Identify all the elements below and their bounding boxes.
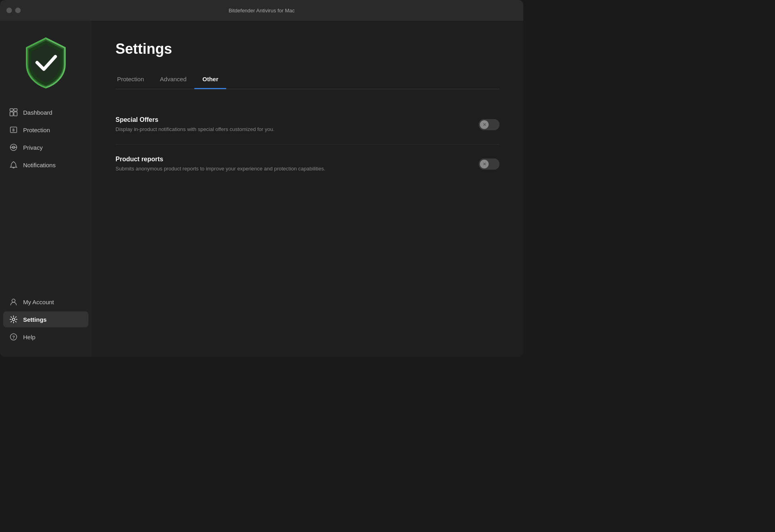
svg-rect-2 xyxy=(10,112,13,116)
special-offers-desc: Display in-product notifications with sp… xyxy=(115,126,463,133)
tab-advanced[interactable]: Advanced xyxy=(152,72,195,89)
nav-items: Dashboard B Protection xyxy=(0,104,92,294)
sidebar-item-label: Privacy xyxy=(23,144,43,151)
svg-point-10 xyxy=(12,318,15,321)
sidebar-item-label: My Account xyxy=(23,299,54,305)
special-offers-toggle[interactable]: ✕ xyxy=(479,119,499,130)
sidebar-item-label: Settings xyxy=(23,316,47,323)
special-offers-row: Special Offers Display in-product notifi… xyxy=(115,105,499,145)
svg-rect-1 xyxy=(14,109,17,111)
window-controls xyxy=(6,8,21,13)
tab-other[interactable]: Other xyxy=(194,72,226,89)
settings-content: Special Offers Display in-product notifi… xyxy=(115,105,499,184)
sidebar-item-settings[interactable]: Settings xyxy=(3,311,88,327)
product-reports-desc: Submits anonymous product reports to imp… xyxy=(115,165,463,172)
tab-protection[interactable]: Protection xyxy=(115,72,152,89)
sidebar-item-label: Dashboard xyxy=(23,109,52,116)
shield-logo xyxy=(22,37,70,88)
dashboard-icon xyxy=(10,108,18,116)
toggle-track: ✕ xyxy=(479,158,499,170)
settings-icon xyxy=(10,315,18,323)
logo-area xyxy=(0,29,92,104)
sidebar-item-privacy[interactable]: Privacy xyxy=(3,139,88,155)
toggle-knob: ✕ xyxy=(480,160,489,168)
privacy-icon xyxy=(10,143,18,151)
svg-text:?: ? xyxy=(12,335,15,340)
sidebar-item-help[interactable]: ? Help xyxy=(3,329,88,345)
special-offers-text: Special Offers Display in-product notifi… xyxy=(115,116,463,133)
titlebar: Bitdefender Antivirus for Mac xyxy=(0,0,523,21)
svg-rect-3 xyxy=(14,112,17,116)
product-reports-row: Product reports Submits anonymous produc… xyxy=(115,145,499,184)
page-title: Settings xyxy=(115,41,499,57)
toggle-x-icon: ✕ xyxy=(483,122,486,127)
toggle-track: ✕ xyxy=(479,119,499,130)
sidebar: Dashboard B Protection xyxy=(0,21,92,357)
product-reports-toggle[interactable]: ✕ xyxy=(479,158,499,170)
svg-rect-0 xyxy=(10,109,13,111)
sidebar-item-label: Protection xyxy=(23,127,50,133)
svg-point-9 xyxy=(12,299,15,302)
settings-tabs: Protection Advanced Other xyxy=(115,72,499,89)
sidebar-item-protection[interactable]: B Protection xyxy=(3,122,88,138)
minimize-button[interactable] xyxy=(15,8,21,13)
toggle-knob: ✕ xyxy=(480,120,489,129)
special-offers-title: Special Offers xyxy=(115,116,463,123)
app-body: Dashboard B Protection xyxy=(0,21,523,357)
product-reports-text: Product reports Submits anonymous produc… xyxy=(115,156,463,172)
toggle-x-icon: ✕ xyxy=(483,162,486,167)
nav-bottom: My Account Settings ? xyxy=(0,294,92,345)
close-button[interactable] xyxy=(6,8,12,13)
sidebar-item-label: Help xyxy=(23,334,35,340)
sidebar-item-label: Notifications xyxy=(23,162,56,168)
protection-icon: B xyxy=(10,126,18,134)
help-icon: ? xyxy=(10,333,18,341)
window-title: Bitdefender Antivirus for Mac xyxy=(229,8,295,14)
product-reports-title: Product reports xyxy=(115,156,463,163)
sidebar-item-notifications[interactable]: Notifications xyxy=(3,157,88,173)
account-icon xyxy=(10,298,18,306)
svg-text:B: B xyxy=(12,128,15,132)
sidebar-item-my-account[interactable]: My Account xyxy=(3,294,88,310)
main-content: Settings Protection Advanced Other Speci… xyxy=(92,21,523,357)
notifications-icon xyxy=(10,161,18,169)
sidebar-item-dashboard[interactable]: Dashboard xyxy=(3,104,88,120)
